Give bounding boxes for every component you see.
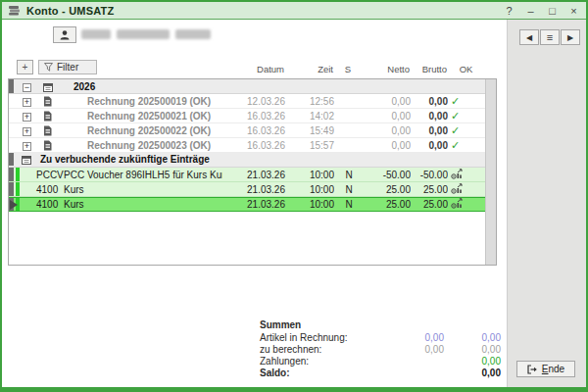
row-label: 2026 <box>64 81 222 92</box>
transactions-table: − 2026 + Rechnung 202500019 (OK) 12.03.2… <box>8 78 497 266</box>
summary-value <box>383 356 444 368</box>
pending-booking-icon <box>451 198 464 209</box>
page-title: Konto - UMSATZ <box>26 5 114 17</box>
table-row-invoice[interactable]: + Rechnung 202500023 (OK) 16.03.26 15:57… <box>9 138 485 153</box>
cell-zeit: 10:00 <box>285 199 334 210</box>
summary-value: 0,00 <box>383 332 444 344</box>
exit-icon <box>527 365 538 374</box>
collapse-icon[interactable]: − <box>23 83 31 92</box>
window-icon <box>8 5 21 16</box>
summary-section: Summen Artikel in Rechnung: 0,00 0,00 zu… <box>260 319 501 379</box>
cell-netto: 0,00 <box>364 111 411 122</box>
table-scrollbar[interactable] <box>485 79 496 265</box>
summary-value: 0,00 <box>383 344 444 356</box>
cell-zeit: 14:02 <box>285 111 334 122</box>
summary-row-berechnen: zu berechnen: 0,00 0,00 <box>260 344 501 356</box>
summary-value: 0,00 <box>444 356 501 368</box>
row-marker <box>9 138 17 152</box>
row-marker <box>9 153 17 166</box>
cell-brutto: 0,00 <box>411 140 448 151</box>
row-marker <box>9 79 17 93</box>
cell-netto: 0,00 <box>364 125 411 136</box>
summary-row-artikel: Artikel in Rechnung: 0,00 0,00 <box>260 332 501 344</box>
column-header-datum[interactable]: Datum <box>221 64 284 74</box>
record-navigation: ◀ ≡ ▶ <box>519 29 580 45</box>
table-row-section-future[interactable]: Zu verbuchende zukünftige Einträge <box>9 153 485 168</box>
cell-zeit: 15:49 <box>285 125 334 136</box>
expand-icon[interactable]: + <box>23 127 31 136</box>
cell-konto: 4100 <box>17 184 64 195</box>
table-row-future[interactable]: PCCV PCC Voucher 896IHLH5 für Kurs Kurs … <box>9 168 485 182</box>
summary-value <box>383 368 444 379</box>
contact-button[interactable] <box>53 26 76 43</box>
cell-netto: 0,00 <box>364 96 411 107</box>
document-icon <box>43 96 52 107</box>
row-label: Kurs <box>64 184 222 195</box>
expand-icon[interactable]: + <box>23 142 31 151</box>
pending-booking-icon <box>451 169 464 179</box>
cell-netto: -50.00 <box>364 170 411 180</box>
table-row-future[interactable]: 4100 Kurs 21.03.26 10:00 N 25.00 25.00 <box>9 182 485 197</box>
contact-icon <box>59 29 71 41</box>
selected-row-arrow <box>9 198 17 211</box>
summary-label: Artikel in Rechnung: <box>260 332 383 344</box>
cell-konto: 4100 <box>17 199 64 210</box>
table-row-invoice[interactable]: + Rechnung 202500021 (OK) 16.03.26 14:02… <box>9 109 485 123</box>
row-marker <box>9 109 17 122</box>
ok-check-icon: ✓ <box>451 110 460 122</box>
close-button[interactable]: × <box>567 3 580 19</box>
cell-datum: 12.03.26 <box>222 96 285 107</box>
row-marker <box>9 168 17 181</box>
side-panel: ◀ ≡ ▶ Ende <box>507 20 586 387</box>
cell-datum: 21.03.26 <box>222 184 285 195</box>
summary-value: 0,00 <box>444 344 501 356</box>
previous-record-button[interactable]: ◀ <box>519 29 539 45</box>
column-header-ok[interactable]: OK <box>447 64 485 74</box>
summary-value: 0,00 <box>444 332 501 344</box>
cell-brutto: -50.00 <box>411 170 448 180</box>
column-header-netto[interactable]: Netto <box>363 64 410 74</box>
cell-zeit: 10:00 <box>285 184 334 195</box>
cell-brutto: 0,00 <box>411 125 448 136</box>
menu-icon: ≡ <box>547 31 553 43</box>
end-button[interactable]: Ende <box>516 361 575 377</box>
summary-value: 0,00 <box>444 368 501 379</box>
expand-icon[interactable]: + <box>23 98 31 107</box>
cell-brutto: 0,00 <box>411 111 448 122</box>
column-header-s[interactable]: S <box>333 64 363 74</box>
record-menu-button[interactable]: ≡ <box>540 29 560 45</box>
calendar-icon <box>43 82 53 92</box>
cell-datum: 16.03.26 <box>222 125 285 136</box>
cell-s: N <box>334 199 364 210</box>
expand-icon[interactable]: + <box>23 113 31 122</box>
cell-zeit: 10:00 <box>285 170 334 180</box>
cell-datum: 21.03.26 <box>222 170 285 180</box>
cell-brutto: 25.00 <box>411 184 448 195</box>
cell-netto: 0,00 <box>364 140 411 151</box>
table-row-invoice[interactable]: + Rechnung 202500022 (OK) 16.03.26 15:49… <box>9 123 485 138</box>
summary-label: Saldo: <box>260 368 383 379</box>
cell-netto: 25.00 <box>364 199 411 210</box>
summary-label: Zahlungen: <box>260 356 383 368</box>
table-row-group-2026[interactable]: − 2026 <box>9 79 485 94</box>
row-label: Rechnung 202500019 (OK) <box>64 96 222 107</box>
main-content: + Filter Datum Zeit S Netto Brutto OK <box>2 20 507 387</box>
table-row-invoice[interactable]: + Rechnung 202500019 (OK) 12.03.26 12:56… <box>9 94 485 109</box>
help-button[interactable]: ? <box>503 3 515 19</box>
row-label: Kurs <box>64 199 222 210</box>
ok-check-icon: ✓ <box>451 95 460 107</box>
column-header-zeit[interactable]: Zeit <box>284 64 333 74</box>
document-icon <box>43 111 52 122</box>
summary-label: zu berechnen: <box>260 344 383 356</box>
cell-zeit: 15:57 <box>285 140 334 151</box>
table-row-future-selected[interactable]: 4100 Kurs 21.03.26 10:00 N 25.00 25.00 <box>9 197 485 212</box>
maximize-button[interactable]: □ <box>546 3 559 19</box>
minimize-button[interactable]: – <box>524 3 537 19</box>
cell-brutto: 0,00 <box>411 96 448 107</box>
column-header-brutto[interactable]: Brutto <box>410 64 447 74</box>
window-controls: ? – □ × <box>503 3 580 19</box>
document-icon <box>43 125 52 136</box>
next-record-button[interactable]: ▶ <box>561 29 580 45</box>
cell-datum: 21.03.26 <box>222 199 285 210</box>
cell-s: N <box>334 184 364 195</box>
